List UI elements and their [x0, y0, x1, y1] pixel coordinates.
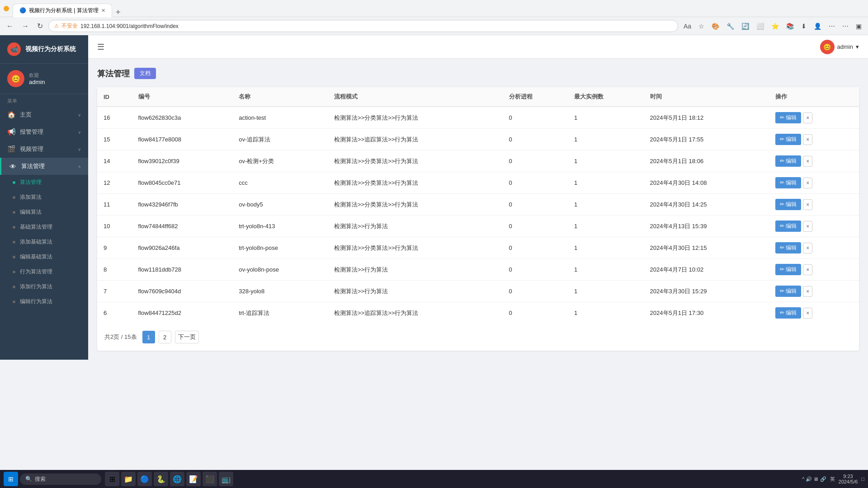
browser-icon2[interactable]: 🔧 — [724, 21, 737, 32]
sidebar-sub-item-action-algo-mgmt[interactable]: 行为算法管理 — [0, 264, 88, 279]
edit-button[interactable]: ✏ 编辑 — [775, 134, 801, 145]
reload-button[interactable]: ↻ — [34, 20, 46, 32]
next-page-button[interactable]: 下一页 — [175, 331, 199, 343]
delete-button[interactable]: × — [803, 308, 812, 319]
cell-actions: ✏ 编辑 × — [769, 194, 859, 216]
cell-code: flow1181ddb728 — [132, 259, 233, 281]
delete-button[interactable]: × — [803, 134, 812, 145]
sidebar-sub-item-edit-action-algo[interactable]: 编辑行为算法 — [0, 294, 88, 309]
edit-button[interactable]: ✏ 编辑 — [775, 264, 801, 275]
cell-flow: 检测算法>>追踪算法>>行为算法 — [328, 129, 503, 150]
delete-button[interactable]: × — [803, 199, 812, 210]
cell-id: 10 — [97, 216, 132, 237]
table-row: 16 flow6262830c3a action-test 检测算法>>分类算法… — [97, 107, 859, 129]
table-container: ID 编号 名称 流程模式 分析进程 最大实例数 时间 操作 — [97, 87, 859, 351]
sidebar-sub-item-base-algo-mgmt[interactable]: 基础算法管理 — [0, 220, 88, 235]
sidebar-sub-item-edit-base-algo[interactable]: 编辑基础算法 — [0, 249, 88, 264]
cell-progress: 0 — [503, 172, 568, 194]
browser-icon7[interactable]: 👤 — [811, 21, 824, 32]
sidebar-sub-item-algo-mgmt[interactable]: 算法管理 — [0, 175, 88, 190]
cell-code: flow74844ff682 — [132, 216, 233, 237]
sub-item-label: 算法管理 — [20, 178, 42, 186]
sidebar-item-video[interactable]: 🎬 视频管理 ∨ — [0, 141, 88, 158]
cell-id: 15 — [97, 129, 132, 150]
topbar-avatar: 😊 — [820, 40, 835, 54]
app-logo: 📹 — [7, 42, 21, 56]
sub-dot-icon — [13, 196, 15, 199]
delete-button[interactable]: × — [803, 156, 812, 167]
topbar: ☰ 😊 admin ▾ — [88, 35, 868, 59]
sidebar: 📹 视频行为分析系统 😊 欢迎 admin 菜单 🏠 主页 ∨ 📢 报警管理 — [0, 35, 88, 360]
delete-button[interactable]: × — [803, 286, 812, 297]
edit-button[interactable]: ✏ 编辑 — [775, 155, 801, 167]
cell-name: ov-yolo8n-pose — [232, 259, 328, 281]
cell-max-instances: 1 — [568, 194, 644, 216]
sidebar-toggle-button[interactable]: ▣ — [853, 21, 864, 32]
cell-code: flow432946f7fb — [132, 194, 233, 216]
browser-icon6[interactable]: 📚 — [783, 21, 797, 32]
table-row: 7 flow7609c9404d 328-yolo8 检测算法>>行为算法 0 … — [97, 281, 859, 302]
cell-max-instances: 1 — [568, 302, 644, 324]
delete-button[interactable]: × — [803, 113, 812, 123]
tab-close-button[interactable]: ✕ — [101, 8, 105, 14]
forward-button[interactable]: → — [19, 20, 32, 32]
browser-tab[interactable]: 🔵 视频行为分析系统 | 算法管理 ✕ — [13, 4, 112, 17]
edit-button[interactable]: ✏ 编辑 — [775, 199, 801, 210]
cell-actions: ✏ 编辑 × — [769, 172, 859, 194]
topbar-user[interactable]: 😊 admin ▾ — [820, 40, 859, 54]
edit-button[interactable]: ✏ 编辑 — [775, 177, 801, 188]
delete-button[interactable]: × — [803, 264, 812, 275]
page-2-button[interactable]: 2 — [159, 331, 171, 343]
delete-button[interactable]: × — [803, 178, 812, 188]
edit-button[interactable]: ✏ 编辑 — [775, 221, 801, 232]
sub-dot-icon — [13, 256, 15, 258]
sidebar-sub-item-edit-algo[interactable]: 编辑算法 — [0, 205, 88, 220]
cell-time: 2024年5月1日 17:55 — [644, 129, 769, 150]
favorites-button[interactable]: ☆ — [696, 21, 707, 32]
delete-button[interactable]: × — [803, 221, 812, 232]
cell-max-instances: 1 — [568, 172, 644, 194]
read-mode-button[interactable]: Aa — [681, 21, 694, 32]
delete-button[interactable]: × — [803, 243, 812, 253]
new-tab-button[interactable]: + — [112, 8, 124, 17]
sidebar-sub-item-add-base-algo[interactable]: 添加基础算法 — [0, 235, 88, 249]
doc-button[interactable]: 文档 — [134, 68, 156, 79]
cell-code: flow39012c0f39 — [132, 150, 233, 172]
address-bar[interactable]: ⚠ 不安全 192.168.1.104:9001/algorithmFlow/i… — [48, 20, 678, 32]
browser-icon1[interactable]: 🎨 — [709, 21, 722, 32]
col-flow: 流程模式 — [328, 87, 503, 107]
edit-button[interactable]: ✏ 编辑 — [775, 242, 801, 253]
sub-dot-icon — [13, 226, 15, 229]
browser-icon8[interactable]: ⋯ — [826, 21, 838, 32]
page-header: 算法管理 文档 — [97, 68, 859, 79]
download-button[interactable]: ⬇ — [798, 21, 809, 32]
page-1-button[interactable]: 1 — [142, 331, 155, 343]
col-actions: 操作 — [769, 87, 859, 107]
browser-icon3[interactable]: 🔄 — [739, 21, 752, 32]
topbar-dropdown-icon: ▾ — [856, 43, 859, 50]
cell-time: 2024年4月30日 14:08 — [644, 172, 769, 194]
back-button[interactable]: ← — [4, 20, 16, 32]
sidebar-item-label: 报警管理 — [20, 128, 73, 136]
cell-name: action-test — [232, 107, 328, 129]
edit-button[interactable]: ✏ 编辑 — [775, 112, 801, 123]
sidebar-item-algorithm[interactable]: 👁 算法管理 ∧ — [0, 158, 88, 175]
col-code: 编号 — [132, 87, 233, 107]
browser-icon4[interactable]: ⬜ — [754, 21, 767, 32]
sidebar-item-alert[interactable]: 📢 报警管理 ∨ — [0, 123, 88, 141]
sidebar-sub-item-add-action-algo[interactable]: 添加行为算法 — [0, 279, 88, 294]
more-button[interactable]: ⋯ — [840, 21, 851, 32]
edit-button[interactable]: ✏ 编辑 — [775, 286, 801, 297]
cell-max-instances: 1 — [568, 216, 644, 237]
sub-dot-icon — [13, 181, 15, 184]
cell-id: 9 — [97, 237, 132, 259]
menu-toggle-button[interactable]: ☰ — [97, 42, 104, 52]
cell-time: 2024年5月1日 18:06 — [644, 150, 769, 172]
browser-icon5[interactable]: ⭐ — [769, 21, 782, 32]
sub-dot-icon — [13, 271, 15, 273]
sidebar-sub-item-add-algo[interactable]: 添加算法 — [0, 190, 88, 205]
cell-code: flow84471225d2 — [132, 302, 233, 324]
sidebar-item-home[interactable]: 🏠 主页 ∨ — [0, 106, 88, 123]
cell-flow: 检测算法>>分类算法>>行为算法 — [328, 194, 503, 216]
edit-button[interactable]: ✏ 编辑 — [775, 307, 801, 319]
